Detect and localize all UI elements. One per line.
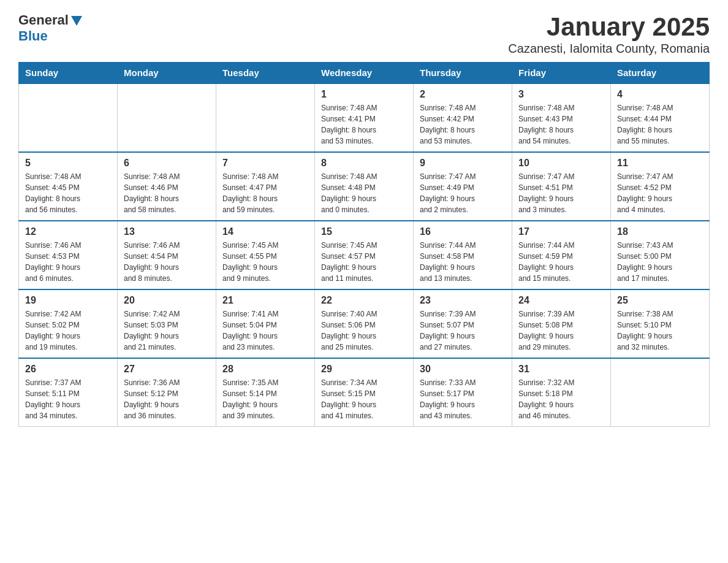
- day-number: 23: [420, 295, 506, 306]
- day-number: 25: [617, 295, 703, 306]
- logo: General Blue: [18, 12, 82, 44]
- day-number: 4: [617, 89, 703, 100]
- calendar-day-header: Saturday: [611, 63, 710, 84]
- day-info: Sunrise: 7:39 AMSunset: 5:08 PMDaylight:…: [518, 308, 604, 353]
- day-info: Sunrise: 7:42 AMSunset: 5:03 PMDaylight:…: [124, 308, 210, 353]
- day-number: 21: [222, 295, 308, 306]
- calendar-day-cell: 6Sunrise: 7:48 AMSunset: 4:46 PMDaylight…: [118, 152, 216, 221]
- day-number: 11: [617, 158, 703, 169]
- calendar-week-row: 12Sunrise: 7:46 AMSunset: 4:53 PMDayligh…: [19, 221, 710, 289]
- day-info: Sunrise: 7:48 AMSunset: 4:42 PMDaylight:…: [420, 102, 506, 147]
- day-info: Sunrise: 7:41 AMSunset: 5:04 PMDaylight:…: [222, 308, 308, 353]
- day-info: Sunrise: 7:46 AMSunset: 4:54 PMDaylight:…: [124, 240, 210, 284]
- calendar-day-cell: 7Sunrise: 7:48 AMSunset: 4:47 PMDaylight…: [216, 152, 315, 221]
- calendar-day-cell: 31Sunrise: 7:32 AMSunset: 5:18 PMDayligh…: [512, 358, 611, 427]
- day-number: 29: [321, 364, 407, 375]
- day-info: Sunrise: 7:48 AMSunset: 4:46 PMDaylight:…: [124, 171, 210, 215]
- page-header: General Blue January 2025 Cazanesti, Ial…: [18, 12, 710, 56]
- day-info: Sunrise: 7:48 AMSunset: 4:43 PMDaylight:…: [518, 102, 604, 147]
- day-info: Sunrise: 7:44 AMSunset: 4:58 PMDaylight:…: [420, 240, 506, 284]
- title-block: January 2025 Cazanesti, Ialomita County,…: [508, 12, 710, 56]
- calendar-day-cell: 29Sunrise: 7:34 AMSunset: 5:15 PMDayligh…: [315, 358, 414, 427]
- calendar-day-cell: 27Sunrise: 7:36 AMSunset: 5:12 PMDayligh…: [118, 358, 216, 427]
- day-info: Sunrise: 7:35 AMSunset: 5:14 PMDaylight:…: [222, 377, 308, 421]
- day-number: 12: [25, 226, 111, 237]
- calendar-week-row: 19Sunrise: 7:42 AMSunset: 5:02 PMDayligh…: [19, 289, 710, 358]
- calendar-day-cell: 17Sunrise: 7:44 AMSunset: 4:59 PMDayligh…: [512, 221, 611, 289]
- day-number: 31: [518, 364, 604, 375]
- day-number: 6: [124, 158, 210, 169]
- day-info: Sunrise: 7:32 AMSunset: 5:18 PMDaylight:…: [518, 377, 604, 421]
- calendar-day-header: Tuesday: [216, 63, 315, 84]
- calendar-day-cell: 5Sunrise: 7:48 AMSunset: 4:45 PMDaylight…: [19, 152, 118, 221]
- day-info: Sunrise: 7:47 AMSunset: 4:51 PMDaylight:…: [518, 171, 604, 215]
- calendar-day-cell: 26Sunrise: 7:37 AMSunset: 5:11 PMDayligh…: [19, 358, 118, 427]
- day-number: 7: [222, 158, 308, 169]
- day-number: 19: [25, 295, 111, 306]
- day-info: Sunrise: 7:38 AMSunset: 5:10 PMDaylight:…: [617, 308, 703, 353]
- day-info: Sunrise: 7:36 AMSunset: 5:12 PMDaylight:…: [124, 377, 210, 421]
- day-number: 3: [518, 89, 604, 100]
- day-info: Sunrise: 7:47 AMSunset: 4:52 PMDaylight:…: [617, 171, 703, 215]
- calendar-day-cell: 8Sunrise: 7:48 AMSunset: 4:48 PMDaylight…: [315, 152, 414, 221]
- day-number: 30: [420, 364, 506, 375]
- day-info: Sunrise: 7:47 AMSunset: 4:49 PMDaylight:…: [420, 171, 506, 215]
- day-number: 5: [25, 158, 111, 169]
- calendar-day-cell: 30Sunrise: 7:33 AMSunset: 5:17 PMDayligh…: [414, 358, 512, 427]
- day-info: Sunrise: 7:40 AMSunset: 5:06 PMDaylight:…: [321, 308, 407, 353]
- calendar-day-cell: 14Sunrise: 7:45 AMSunset: 4:55 PMDayligh…: [216, 221, 315, 289]
- calendar-day-cell: 23Sunrise: 7:39 AMSunset: 5:07 PMDayligh…: [414, 289, 512, 358]
- calendar-header-row: SundayMondayTuesdayWednesdayThursdayFrid…: [19, 63, 710, 84]
- calendar-day-cell: [118, 83, 216, 152]
- calendar-day-cell: 9Sunrise: 7:47 AMSunset: 4:49 PMDaylight…: [414, 152, 512, 221]
- day-info: Sunrise: 7:42 AMSunset: 5:02 PMDaylight:…: [25, 308, 111, 353]
- day-info: Sunrise: 7:34 AMSunset: 5:15 PMDaylight:…: [321, 377, 407, 421]
- calendar-day-cell: 10Sunrise: 7:47 AMSunset: 4:51 PMDayligh…: [512, 152, 611, 221]
- day-number: 14: [222, 226, 308, 237]
- day-number: 27: [124, 364, 210, 375]
- day-info: Sunrise: 7:37 AMSunset: 5:11 PMDaylight:…: [25, 377, 111, 421]
- day-info: Sunrise: 7:48 AMSunset: 4:44 PMDaylight:…: [617, 102, 703, 147]
- calendar-day-header: Sunday: [19, 63, 118, 84]
- calendar-day-cell: 13Sunrise: 7:46 AMSunset: 4:54 PMDayligh…: [118, 221, 216, 289]
- calendar-day-cell: 20Sunrise: 7:42 AMSunset: 5:03 PMDayligh…: [118, 289, 216, 358]
- calendar-day-cell: 16Sunrise: 7:44 AMSunset: 4:58 PMDayligh…: [414, 221, 512, 289]
- day-number: 13: [124, 226, 210, 237]
- calendar-day-cell: 4Sunrise: 7:48 AMSunset: 4:44 PMDaylight…: [611, 83, 710, 152]
- day-info: Sunrise: 7:33 AMSunset: 5:17 PMDaylight:…: [420, 377, 506, 421]
- calendar-day-cell: 1Sunrise: 7:48 AMSunset: 4:41 PMDaylight…: [315, 83, 414, 152]
- day-number: 8: [321, 158, 407, 169]
- calendar-day-cell: 12Sunrise: 7:46 AMSunset: 4:53 PMDayligh…: [19, 221, 118, 289]
- day-number: 26: [25, 364, 111, 375]
- day-info: Sunrise: 7:44 AMSunset: 4:59 PMDaylight:…: [518, 240, 604, 284]
- calendar-day-cell: 24Sunrise: 7:39 AMSunset: 5:08 PMDayligh…: [512, 289, 611, 358]
- calendar-day-cell: 22Sunrise: 7:40 AMSunset: 5:06 PMDayligh…: [315, 289, 414, 358]
- day-number: 24: [518, 295, 604, 306]
- day-info: Sunrise: 7:45 AMSunset: 4:55 PMDaylight:…: [222, 240, 308, 284]
- day-number: 10: [518, 158, 604, 169]
- calendar-day-cell: [611, 358, 710, 427]
- calendar-day-cell: [216, 83, 315, 152]
- calendar-day-cell: 19Sunrise: 7:42 AMSunset: 5:02 PMDayligh…: [19, 289, 118, 358]
- day-info: Sunrise: 7:46 AMSunset: 4:53 PMDaylight:…: [25, 240, 111, 284]
- calendar-week-row: 26Sunrise: 7:37 AMSunset: 5:11 PMDayligh…: [19, 358, 710, 427]
- calendar-day-cell: 2Sunrise: 7:48 AMSunset: 4:42 PMDaylight…: [414, 83, 512, 152]
- day-number: 22: [321, 295, 407, 306]
- day-number: 15: [321, 226, 407, 237]
- calendar-table: SundayMondayTuesdayWednesdayThursdayFrid…: [18, 62, 710, 427]
- calendar-week-row: 5Sunrise: 7:48 AMSunset: 4:45 PMDaylight…: [19, 152, 710, 221]
- day-number: 9: [420, 158, 506, 169]
- calendar-day-cell: [19, 83, 118, 152]
- calendar-week-row: 1Sunrise: 7:48 AMSunset: 4:41 PMDaylight…: [19, 83, 710, 152]
- calendar-day-header: Thursday: [414, 63, 512, 84]
- logo-text-general: General: [18, 12, 69, 28]
- calendar-day-cell: 21Sunrise: 7:41 AMSunset: 5:04 PMDayligh…: [216, 289, 315, 358]
- calendar-day-header: Wednesday: [315, 63, 414, 84]
- calendar-day-header: Friday: [512, 63, 611, 84]
- calendar-day-cell: 18Sunrise: 7:43 AMSunset: 5:00 PMDayligh…: [611, 221, 710, 289]
- day-info: Sunrise: 7:48 AMSunset: 4:41 PMDaylight:…: [321, 102, 407, 147]
- day-info: Sunrise: 7:48 AMSunset: 4:47 PMDaylight:…: [222, 171, 308, 215]
- calendar-day-cell: 3Sunrise: 7:48 AMSunset: 4:43 PMDaylight…: [512, 83, 611, 152]
- day-number: 20: [124, 295, 210, 306]
- day-info: Sunrise: 7:39 AMSunset: 5:07 PMDaylight:…: [420, 308, 506, 353]
